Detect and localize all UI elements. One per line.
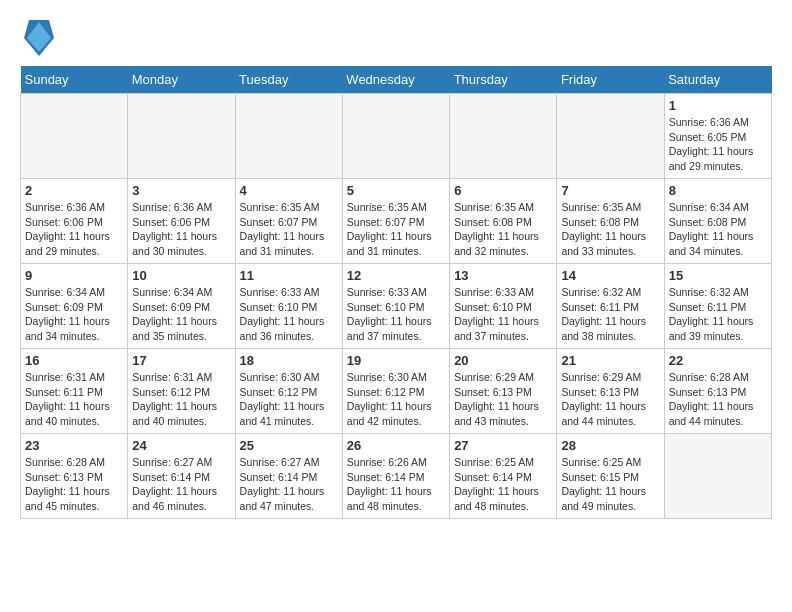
calendar-cell bbox=[664, 434, 771, 519]
day-info: Sunrise: 6:29 AM Sunset: 6:13 PM Dayligh… bbox=[454, 370, 552, 429]
day-number: 7 bbox=[561, 183, 659, 198]
calendar-cell: 19Sunrise: 6:30 AM Sunset: 6:12 PM Dayli… bbox=[342, 349, 449, 434]
day-number: 10 bbox=[132, 268, 230, 283]
day-info: Sunrise: 6:36 AM Sunset: 6:05 PM Dayligh… bbox=[669, 115, 767, 174]
calendar-cell: 11Sunrise: 6:33 AM Sunset: 6:10 PM Dayli… bbox=[235, 264, 342, 349]
calendar-week-row: 1Sunrise: 6:36 AM Sunset: 6:05 PM Daylig… bbox=[21, 94, 772, 179]
calendar-header-row: SundayMondayTuesdayWednesdayThursdayFrid… bbox=[21, 66, 772, 94]
calendar-cell: 18Sunrise: 6:30 AM Sunset: 6:12 PM Dayli… bbox=[235, 349, 342, 434]
calendar-cell: 15Sunrise: 6:32 AM Sunset: 6:11 PM Dayli… bbox=[664, 264, 771, 349]
day-info: Sunrise: 6:31 AM Sunset: 6:11 PM Dayligh… bbox=[25, 370, 123, 429]
day-number: 12 bbox=[347, 268, 445, 283]
day-number: 11 bbox=[240, 268, 338, 283]
calendar-cell: 7Sunrise: 6:35 AM Sunset: 6:08 PM Daylig… bbox=[557, 179, 664, 264]
day-info: Sunrise: 6:25 AM Sunset: 6:15 PM Dayligh… bbox=[561, 455, 659, 514]
day-number: 21 bbox=[561, 353, 659, 368]
day-info: Sunrise: 6:29 AM Sunset: 6:13 PM Dayligh… bbox=[561, 370, 659, 429]
calendar-cell: 3Sunrise: 6:36 AM Sunset: 6:06 PM Daylig… bbox=[128, 179, 235, 264]
day-number: 2 bbox=[25, 183, 123, 198]
calendar-cell: 6Sunrise: 6:35 AM Sunset: 6:08 PM Daylig… bbox=[450, 179, 557, 264]
calendar-cell: 16Sunrise: 6:31 AM Sunset: 6:11 PM Dayli… bbox=[21, 349, 128, 434]
calendar-cell: 5Sunrise: 6:35 AM Sunset: 6:07 PM Daylig… bbox=[342, 179, 449, 264]
day-number: 13 bbox=[454, 268, 552, 283]
day-number: 17 bbox=[132, 353, 230, 368]
day-info: Sunrise: 6:32 AM Sunset: 6:11 PM Dayligh… bbox=[669, 285, 767, 344]
day-number: 15 bbox=[669, 268, 767, 283]
day-number: 14 bbox=[561, 268, 659, 283]
calendar-cell: 26Sunrise: 6:26 AM Sunset: 6:14 PM Dayli… bbox=[342, 434, 449, 519]
day-number: 6 bbox=[454, 183, 552, 198]
calendar-table: SundayMondayTuesdayWednesdayThursdayFrid… bbox=[20, 66, 772, 519]
calendar-cell: 8Sunrise: 6:34 AM Sunset: 6:08 PM Daylig… bbox=[664, 179, 771, 264]
day-number: 22 bbox=[669, 353, 767, 368]
day-info: Sunrise: 6:34 AM Sunset: 6:08 PM Dayligh… bbox=[669, 200, 767, 259]
day-info: Sunrise: 6:35 AM Sunset: 6:07 PM Dayligh… bbox=[347, 200, 445, 259]
calendar-week-row: 9Sunrise: 6:34 AM Sunset: 6:09 PM Daylig… bbox=[21, 264, 772, 349]
calendar-cell: 21Sunrise: 6:29 AM Sunset: 6:13 PM Dayli… bbox=[557, 349, 664, 434]
day-info: Sunrise: 6:34 AM Sunset: 6:09 PM Dayligh… bbox=[132, 285, 230, 344]
calendar-cell: 20Sunrise: 6:29 AM Sunset: 6:13 PM Dayli… bbox=[450, 349, 557, 434]
logo bbox=[20, 20, 54, 56]
calendar-cell: 24Sunrise: 6:27 AM Sunset: 6:14 PM Dayli… bbox=[128, 434, 235, 519]
day-info: Sunrise: 6:28 AM Sunset: 6:13 PM Dayligh… bbox=[25, 455, 123, 514]
day-info: Sunrise: 6:32 AM Sunset: 6:11 PM Dayligh… bbox=[561, 285, 659, 344]
day-number: 9 bbox=[25, 268, 123, 283]
calendar-cell: 2Sunrise: 6:36 AM Sunset: 6:06 PM Daylig… bbox=[21, 179, 128, 264]
day-info: Sunrise: 6:25 AM Sunset: 6:14 PM Dayligh… bbox=[454, 455, 552, 514]
day-info: Sunrise: 6:35 AM Sunset: 6:07 PM Dayligh… bbox=[240, 200, 338, 259]
calendar-cell: 28Sunrise: 6:25 AM Sunset: 6:15 PM Dayli… bbox=[557, 434, 664, 519]
weekday-header-thursday: Thursday bbox=[450, 66, 557, 94]
day-info: Sunrise: 6:30 AM Sunset: 6:12 PM Dayligh… bbox=[240, 370, 338, 429]
day-number: 20 bbox=[454, 353, 552, 368]
day-info: Sunrise: 6:36 AM Sunset: 6:06 PM Dayligh… bbox=[25, 200, 123, 259]
weekday-header-sunday: Sunday bbox=[21, 66, 128, 94]
day-info: Sunrise: 6:33 AM Sunset: 6:10 PM Dayligh… bbox=[347, 285, 445, 344]
weekday-header-wednesday: Wednesday bbox=[342, 66, 449, 94]
calendar-cell: 25Sunrise: 6:27 AM Sunset: 6:14 PM Dayli… bbox=[235, 434, 342, 519]
day-number: 25 bbox=[240, 438, 338, 453]
calendar-cell bbox=[557, 94, 664, 179]
day-number: 24 bbox=[132, 438, 230, 453]
calendar-cell: 9Sunrise: 6:34 AM Sunset: 6:09 PM Daylig… bbox=[21, 264, 128, 349]
weekday-header-friday: Friday bbox=[557, 66, 664, 94]
calendar-week-row: 16Sunrise: 6:31 AM Sunset: 6:11 PM Dayli… bbox=[21, 349, 772, 434]
calendar-cell: 10Sunrise: 6:34 AM Sunset: 6:09 PM Dayli… bbox=[128, 264, 235, 349]
day-number: 18 bbox=[240, 353, 338, 368]
day-info: Sunrise: 6:36 AM Sunset: 6:06 PM Dayligh… bbox=[132, 200, 230, 259]
calendar-cell: 23Sunrise: 6:28 AM Sunset: 6:13 PM Dayli… bbox=[21, 434, 128, 519]
day-info: Sunrise: 6:30 AM Sunset: 6:12 PM Dayligh… bbox=[347, 370, 445, 429]
page-header bbox=[20, 20, 772, 56]
calendar-cell: 12Sunrise: 6:33 AM Sunset: 6:10 PM Dayli… bbox=[342, 264, 449, 349]
calendar-cell bbox=[342, 94, 449, 179]
day-number: 28 bbox=[561, 438, 659, 453]
day-info: Sunrise: 6:27 AM Sunset: 6:14 PM Dayligh… bbox=[240, 455, 338, 514]
calendar-cell bbox=[235, 94, 342, 179]
day-number: 8 bbox=[669, 183, 767, 198]
day-info: Sunrise: 6:26 AM Sunset: 6:14 PM Dayligh… bbox=[347, 455, 445, 514]
logo-icon bbox=[24, 20, 54, 56]
day-info: Sunrise: 6:34 AM Sunset: 6:09 PM Dayligh… bbox=[25, 285, 123, 344]
day-info: Sunrise: 6:35 AM Sunset: 6:08 PM Dayligh… bbox=[561, 200, 659, 259]
day-number: 1 bbox=[669, 98, 767, 113]
calendar-cell bbox=[450, 94, 557, 179]
day-info: Sunrise: 6:28 AM Sunset: 6:13 PM Dayligh… bbox=[669, 370, 767, 429]
day-number: 27 bbox=[454, 438, 552, 453]
day-number: 26 bbox=[347, 438, 445, 453]
weekday-header-saturday: Saturday bbox=[664, 66, 771, 94]
calendar-cell: 17Sunrise: 6:31 AM Sunset: 6:12 PM Dayli… bbox=[128, 349, 235, 434]
day-info: Sunrise: 6:33 AM Sunset: 6:10 PM Dayligh… bbox=[454, 285, 552, 344]
calendar-cell: 1Sunrise: 6:36 AM Sunset: 6:05 PM Daylig… bbox=[664, 94, 771, 179]
weekday-header-tuesday: Tuesday bbox=[235, 66, 342, 94]
calendar-cell bbox=[21, 94, 128, 179]
day-number: 5 bbox=[347, 183, 445, 198]
day-info: Sunrise: 6:27 AM Sunset: 6:14 PM Dayligh… bbox=[132, 455, 230, 514]
calendar-cell bbox=[128, 94, 235, 179]
calendar-week-row: 23Sunrise: 6:28 AM Sunset: 6:13 PM Dayli… bbox=[21, 434, 772, 519]
day-info: Sunrise: 6:33 AM Sunset: 6:10 PM Dayligh… bbox=[240, 285, 338, 344]
calendar-cell: 27Sunrise: 6:25 AM Sunset: 6:14 PM Dayli… bbox=[450, 434, 557, 519]
day-info: Sunrise: 6:35 AM Sunset: 6:08 PM Dayligh… bbox=[454, 200, 552, 259]
day-number: 3 bbox=[132, 183, 230, 198]
day-number: 16 bbox=[25, 353, 123, 368]
calendar-cell: 14Sunrise: 6:32 AM Sunset: 6:11 PM Dayli… bbox=[557, 264, 664, 349]
day-number: 4 bbox=[240, 183, 338, 198]
